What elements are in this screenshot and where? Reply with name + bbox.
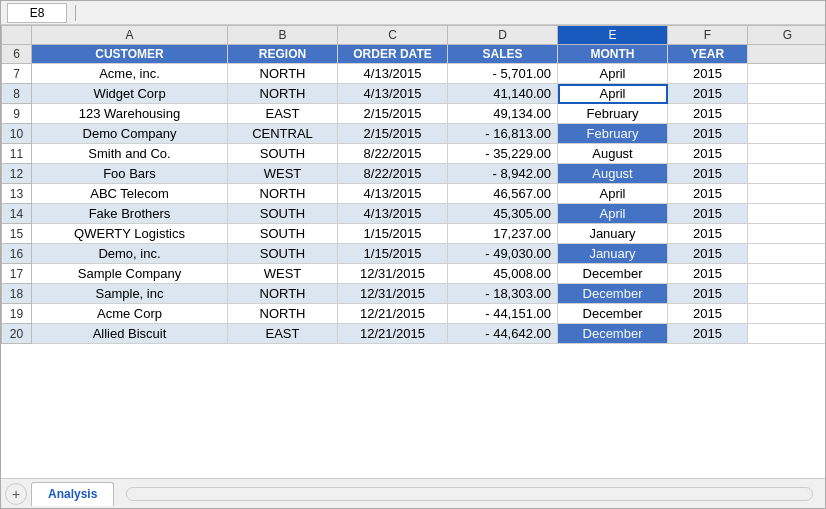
cell-sales[interactable]: - 18,303.00 [448, 284, 558, 304]
col-letter-c[interactable]: C [338, 26, 448, 45]
col-letter-g[interactable]: G [748, 26, 826, 45]
cell-month[interactable]: February [558, 104, 668, 124]
cell-customer[interactable]: QWERTY Logistics [32, 224, 228, 244]
cell-region[interactable]: WEST [228, 164, 338, 184]
cell-region[interactable]: SOUTH [228, 144, 338, 164]
cell-order-date[interactable]: 1/15/2015 [338, 224, 448, 244]
cell-month[interactable]: August [558, 164, 668, 184]
cell-order-date[interactable]: 4/13/2015 [338, 84, 448, 104]
cell-month[interactable]: April [558, 204, 668, 224]
cell-customer[interactable]: Fake Brothers [32, 204, 228, 224]
cell-region[interactable]: NORTH [228, 84, 338, 104]
header-sales[interactable]: SALES [448, 45, 558, 64]
cell-region[interactable]: CENTRAL [228, 124, 338, 144]
cell-region[interactable]: NORTH [228, 304, 338, 324]
cell-sales[interactable]: 46,567.00 [448, 184, 558, 204]
cell-year[interactable]: 2015 [668, 244, 748, 264]
cell-sales[interactable]: - 8,942.00 [448, 164, 558, 184]
cell-year[interactable]: 2015 [668, 84, 748, 104]
cell-customer[interactable]: Widget Corp [32, 84, 228, 104]
cell-sales[interactable]: 45,305.00 [448, 204, 558, 224]
cell-customer[interactable]: 123 Warehousing [32, 104, 228, 124]
cell-order-date[interactable]: 12/31/2015 [338, 284, 448, 304]
cell-year[interactable]: 2015 [668, 164, 748, 184]
cell-order-date[interactable]: 12/21/2015 [338, 304, 448, 324]
cell-customer[interactable]: Acme, inc. [32, 64, 228, 84]
cell-month[interactable]: January [558, 244, 668, 264]
cell-month[interactable]: April [558, 64, 668, 84]
header-year[interactable]: YEAR [668, 45, 748, 64]
cell-customer[interactable]: Acme Corp [32, 304, 228, 324]
cell-customer[interactable]: Allied Biscuit [32, 324, 228, 344]
cell-year[interactable]: 2015 [668, 104, 748, 124]
header-customer[interactable]: CUSTOMER [32, 45, 228, 64]
cell-customer[interactable]: Demo Company [32, 124, 228, 144]
name-box[interactable] [7, 3, 67, 23]
cell-customer[interactable]: Foo Bars [32, 164, 228, 184]
cell-order-date[interactable]: 4/13/2015 [338, 204, 448, 224]
cell-region[interactable]: SOUTH [228, 244, 338, 264]
cell-month[interactable]: January [558, 224, 668, 244]
cell-month[interactable]: December [558, 304, 668, 324]
cell-year[interactable]: 2015 [668, 64, 748, 84]
cell-order-date[interactable]: 2/15/2015 [338, 104, 448, 124]
cell-sales[interactable]: - 5,701.00 [448, 64, 558, 84]
cell-order-date[interactable]: 1/15/2015 [338, 244, 448, 264]
cell-customer[interactable]: Sample, inc [32, 284, 228, 304]
horizontal-scrollbar[interactable] [126, 487, 813, 501]
col-letter-e[interactable]: E [558, 26, 668, 45]
col-letter-a[interactable]: A [32, 26, 228, 45]
cell-region[interactable]: EAST [228, 104, 338, 124]
header-month[interactable]: MONTH [558, 45, 668, 64]
cell-sales[interactable]: 45,008.00 [448, 264, 558, 284]
cell-month[interactable]: December [558, 264, 668, 284]
cell-sales[interactable]: - 44,642.00 [448, 324, 558, 344]
cell-year[interactable]: 2015 [668, 144, 748, 164]
cell-year[interactable]: 2015 [668, 324, 748, 344]
cell-sales[interactable]: - 16,813.00 [448, 124, 558, 144]
cell-region[interactable]: EAST [228, 324, 338, 344]
cell-order-date[interactable]: 12/21/2015 [338, 324, 448, 344]
cell-order-date[interactable]: 4/13/2015 [338, 184, 448, 204]
cell-order-date[interactable]: 12/31/2015 [338, 264, 448, 284]
cell-order-date[interactable]: 8/22/2015 [338, 164, 448, 184]
sheet-tab-analysis[interactable]: Analysis [31, 482, 114, 506]
col-letter-b[interactable]: B [228, 26, 338, 45]
cell-sales[interactable]: - 35,229.00 [448, 144, 558, 164]
cell-order-date[interactable]: 8/22/2015 [338, 144, 448, 164]
cell-sales[interactable]: 41,140.00 [448, 84, 558, 104]
cell-customer[interactable]: Demo, inc. [32, 244, 228, 264]
cell-year[interactable]: 2015 [668, 224, 748, 244]
cell-customer[interactable]: Smith and Co. [32, 144, 228, 164]
cell-customer[interactable]: Sample Company [32, 264, 228, 284]
cell-region[interactable]: SOUTH [228, 204, 338, 224]
cell-sales[interactable]: 17,237.00 [448, 224, 558, 244]
cell-region[interactable]: NORTH [228, 64, 338, 84]
cell-region[interactable]: SOUTH [228, 224, 338, 244]
cell-order-date[interactable]: 2/15/2015 [338, 124, 448, 144]
add-sheet-button[interactable]: + [5, 483, 27, 505]
cell-sales[interactable]: 49,134.00 [448, 104, 558, 124]
cell-month[interactable]: August [558, 144, 668, 164]
cell-month[interactable]: December [558, 284, 668, 304]
cell-month[interactable]: December [558, 324, 668, 344]
cell-year[interactable]: 2015 [668, 184, 748, 204]
cell-sales[interactable]: - 44,151.00 [448, 304, 558, 324]
cell-region[interactable]: NORTH [228, 284, 338, 304]
cell-region[interactable]: NORTH [228, 184, 338, 204]
header-region[interactable]: REGION [228, 45, 338, 64]
cell-year[interactable]: 2015 [668, 284, 748, 304]
cell-customer[interactable]: ABC Telecom [32, 184, 228, 204]
cell-region[interactable]: WEST [228, 264, 338, 284]
cell-year[interactable]: 2015 [668, 264, 748, 284]
cell-month[interactable]: February [558, 124, 668, 144]
col-letter-d[interactable]: D [448, 26, 558, 45]
cell-month[interactable]: April [558, 84, 668, 104]
cell-year[interactable]: 2015 [668, 124, 748, 144]
cell-year[interactable]: 2015 [668, 204, 748, 224]
header-order-date[interactable]: ORDER DATE [338, 45, 448, 64]
col-letter-f[interactable]: F [668, 26, 748, 45]
cell-order-date[interactable]: 4/13/2015 [338, 64, 448, 84]
cell-year[interactable]: 2015 [668, 304, 748, 324]
cell-sales[interactable]: - 49,030.00 [448, 244, 558, 264]
